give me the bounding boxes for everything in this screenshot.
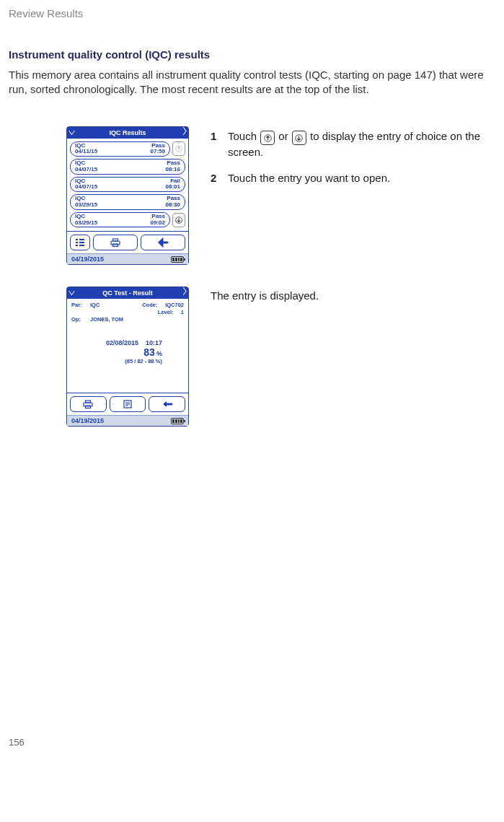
list-icon [74, 237, 86, 248]
spacer [71, 309, 87, 316]
back-button[interactable] [149, 396, 185, 412]
step-2: 2 Touch the entry you want to open. [211, 171, 495, 185]
back-button[interactable] [141, 235, 185, 250]
label-op: Op: [71, 316, 87, 323]
list-item[interactable]: IQC04/11/15 Pass07:59 [70, 141, 170, 157]
arrow-down-icon [175, 217, 182, 224]
scroll-down-button[interactable] [172, 213, 185, 227]
instructions-block-2: The entry is displayed. [211, 287, 495, 302]
svg-rect-7 [79, 245, 84, 246]
comment-button[interactable] [110, 396, 146, 412]
result-date: 02/08/2015 [106, 339, 138, 346]
arrow-up-icon [264, 134, 272, 142]
entry-date: 04/07/15 [75, 167, 97, 173]
arrow-up-icon [175, 145, 182, 152]
label-level: Level: [158, 309, 178, 316]
step-text: Touch the entry you want to open. [228, 171, 390, 185]
entry-time: 08:01 [166, 184, 180, 191]
result-value: 83 [143, 346, 155, 358]
value-par: IQC [90, 302, 139, 309]
svg-marker-22 [163, 401, 167, 407]
entry-time: 07:59 [151, 149, 165, 155]
entry-date: 03/29/15 [75, 202, 97, 209]
step-1: 1 Touch or to display the entry of choic… [211, 129, 495, 160]
entry-time: 09:02 [151, 220, 165, 227]
device-screen-iqc-list: IQC Results IQC04/11/15 Pass07:59 IQC04/… [66, 126, 189, 266]
page-number: 156 [9, 737, 495, 748]
status-date: 04/19/2015 [71, 255, 104, 263]
section-title: Instrument quality control (IQC) results [9, 48, 495, 61]
arrow-left-icon [157, 237, 169, 248]
result-unit: % [156, 350, 162, 357]
result-body: Par: IQC Code: IQC702 Level: 1 Op: JONES… [67, 299, 188, 393]
result-time: 10:17 [146, 339, 162, 346]
entry-date: 04/07/15 [75, 184, 97, 191]
status-bar: 04/19/2015 [67, 253, 188, 264]
battery-icon [171, 256, 184, 263]
toolbar [67, 393, 188, 415]
status-date: 04/19/2015 [71, 417, 104, 424]
print-button[interactable] [93, 235, 138, 250]
arrow-down-icon [295, 134, 303, 142]
entry-date: 03/29/15 [75, 220, 97, 227]
result-main: 02/08/2015 10:17 83 % (85 / 82 - 88 %) [71, 339, 184, 364]
spacer [90, 309, 155, 316]
step-text-part: or [275, 130, 291, 142]
label-code: Code: [142, 302, 162, 309]
svg-rect-4 [76, 242, 78, 243]
list-item[interactable]: IQC04/07/15 Fail08:01 [70, 177, 185, 193]
screen-title: IQC Results [67, 127, 188, 139]
entry-displayed-text: The entry is displayed. [211, 289, 495, 302]
entry-time: 08:16 [166, 167, 180, 173]
svg-rect-3 [79, 239, 84, 240]
svg-rect-6 [76, 245, 78, 246]
step-number: 1 [211, 129, 221, 160]
section-body: This memory area contains all instrument… [9, 68, 495, 97]
svg-rect-16 [86, 406, 91, 408]
step-text: Touch or to display the entry of choice … [228, 129, 495, 160]
list-area: IQC04/11/15 Pass07:59 IQC04/07/15 Pass08… [67, 139, 188, 232]
screen-title: QC Test - Result [67, 287, 188, 299]
svg-rect-2 [76, 239, 78, 240]
result-range: (85 / 82 - 88 %) [71, 358, 162, 364]
list-item[interactable]: IQC03/29/15 Pass08:30 [70, 194, 185, 210]
value-op: JONES, TOM [90, 316, 123, 323]
value-level: 1 [181, 309, 184, 316]
entry-time: 08:30 [166, 202, 180, 209]
step-number: 2 [211, 171, 221, 185]
list-item[interactable]: IQC03/29/15 Pass09:02 [70, 212, 170, 228]
instructions-block-1: 1 Touch or to display the entry of choic… [211, 126, 495, 198]
svg-rect-10 [113, 244, 118, 247]
toolbar [67, 231, 188, 253]
label-par: Par: [71, 302, 87, 309]
scroll-up-button[interactable] [172, 141, 185, 156]
arrow-left-icon [162, 399, 173, 409]
print-button[interactable] [70, 396, 107, 412]
running-head: Review Results [9, 7, 495, 19]
step-text-part: Touch [228, 130, 260, 142]
svg-rect-5 [79, 242, 84, 243]
list-item[interactable]: IQC04/07/15 Pass08:16 [70, 159, 185, 175]
device-screen-qc-result: QC Test - Result Par: IQC Code: IQC702 L… [66, 287, 189, 427]
inline-down-button [292, 131, 306, 145]
svg-rect-15 [86, 401, 91, 403]
svg-rect-9 [113, 239, 118, 241]
value-code: IQC702 [165, 302, 184, 309]
battery-icon [171, 418, 184, 424]
status-bar: 04/19/2015 [67, 415, 188, 426]
printer-icon [82, 399, 94, 409]
list-button[interactable] [70, 235, 90, 250]
entry-date: 04/11/15 [75, 149, 97, 155]
note-icon [122, 399, 133, 409]
printer-icon [110, 237, 121, 248]
inline-up-button [260, 131, 275, 145]
